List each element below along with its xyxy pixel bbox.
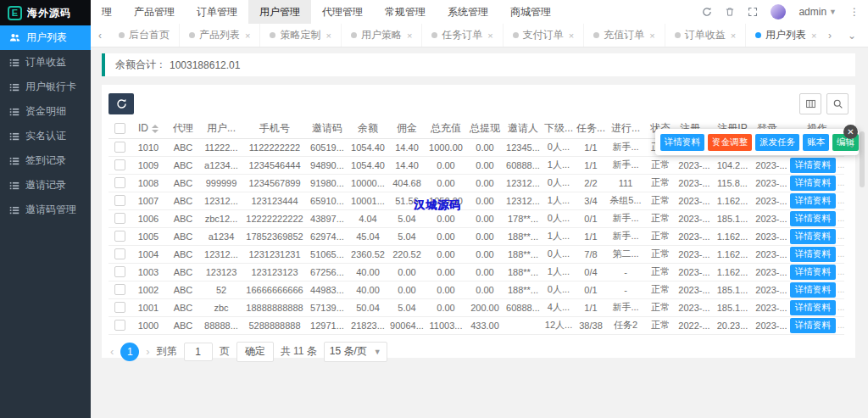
detail-button[interactable]: 详情资料: [790, 300, 836, 315]
tabs-menu-icon[interactable]: ⌄: [843, 30, 861, 42]
detail-button[interactable]: 详情资料: [790, 158, 836, 173]
trash-icon[interactable]: [725, 7, 735, 17]
sidebar-item-7[interactable]: 邀请码管理: [0, 198, 91, 222]
topnav-item-6[interactable]: 系统管理: [437, 0, 499, 24]
tab-3[interactable]: 用户策略×: [342, 24, 422, 47]
row-checkbox[interactable]: [114, 142, 125, 153]
table-cell: 7/8: [575, 245, 607, 263]
refresh-icon[interactable]: [702, 7, 712, 17]
row-checkbox[interactable]: [114, 159, 125, 170]
user-menu[interactable]: admin ▼: [798, 6, 837, 18]
topnav-item-1[interactable]: 产品管理: [123, 0, 186, 24]
popup-action-button[interactable]: 派发任务: [755, 134, 799, 151]
table-row: 1006ABCzbc12...1222222222243897...4.045.…: [108, 209, 844, 227]
table-cell: 0人...: [542, 281, 575, 298]
tab-8[interactable]: 用户列表×: [746, 24, 821, 47]
sidebar-item-4[interactable]: 实名认证: [0, 124, 91, 148]
user-avatar[interactable]: [771, 4, 786, 20]
detail-button[interactable]: 详情资料: [790, 282, 836, 298]
tab-close-icon[interactable]: ×: [649, 31, 654, 41]
row-checkbox[interactable]: [114, 266, 125, 277]
table-cell: ABC: [166, 298, 200, 316]
table-cell: 62974...: [307, 227, 348, 245]
row-checkbox[interactable]: [114, 213, 125, 224]
table-row: 1003ABC12312312312312367256...40.000.000…: [108, 263, 844, 281]
tab-2[interactable]: 策略定制×: [260, 24, 341, 47]
detail-button[interactable]: 详情资料: [790, 193, 836, 209]
select-all-checkbox[interactable]: [114, 123, 125, 134]
table-refresh-button[interactable]: [108, 93, 134, 114]
topnav-item-3[interactable]: 用户管理: [248, 0, 311, 24]
detail-button[interactable]: 详情资料: [790, 229, 836, 244]
tab-close-icon[interactable]: ×: [487, 31, 492, 41]
tab-5[interactable]: 支付订单×: [504, 24, 584, 47]
detail-button[interactable]: 详情资料: [790, 176, 836, 191]
tab-close-icon[interactable]: ×: [407, 31, 412, 41]
detail-button[interactable]: 详情资料: [790, 318, 836, 333]
row-checkbox[interactable]: [114, 177, 125, 188]
table-cell: 正常: [644, 192, 676, 209]
topnav-item-4[interactable]: 代理管理: [311, 0, 374, 24]
next-page-icon[interactable]: ›: [146, 345, 149, 358]
table-cell: 0.00: [466, 156, 504, 174]
table-cell: ABC: [166, 192, 200, 209]
topnav-item-2[interactable]: 订单管理: [186, 0, 248, 24]
tab-0[interactable]: 后台首页: [109, 24, 180, 47]
sidebar-item-2[interactable]: 用户银行卡: [0, 75, 91, 99]
sidebar-item-0[interactable]: 用户列表: [0, 25, 91, 50]
tab-close-icon[interactable]: ×: [569, 31, 574, 41]
table-cell: 新手...: [607, 227, 644, 245]
topnav-item-7[interactable]: 商城管理: [499, 0, 562, 24]
sort-icon[interactable]: [152, 125, 159, 133]
tab-close-icon[interactable]: ×: [811, 31, 816, 41]
page-size-select[interactable]: 15 条/页 ▼: [324, 342, 387, 362]
search-icon[interactable]: [826, 93, 849, 114]
tab-1[interactable]: 产品列表×: [180, 24, 260, 47]
row-checkbox[interactable]: [114, 248, 125, 259]
table-cell: 正常: [644, 263, 676, 281]
table-cell: 2023-...: [676, 156, 712, 174]
sidebar-item-6[interactable]: 邀请记录: [0, 173, 91, 198]
topnav-item-5[interactable]: 常规管理: [374, 0, 437, 24]
tab-close-icon[interactable]: ×: [731, 31, 736, 41]
sidebar-item-3[interactable]: 资金明细: [0, 99, 91, 124]
popup-action-button[interactable]: 详情资料: [660, 134, 704, 151]
page-input[interactable]: [184, 343, 213, 361]
detail-button[interactable]: 详情资料: [790, 265, 836, 280]
popup-more-icon[interactable]: ⌄: [849, 141, 855, 149]
popup-action-button[interactable]: 账本: [803, 134, 829, 151]
detail-button[interactable]: 详情资料: [790, 247, 836, 262]
popup-close-icon[interactable]: ✕: [843, 125, 858, 139]
row-checkbox[interactable]: [114, 320, 125, 331]
row-checkbox[interactable]: [114, 231, 125, 242]
tab-close-icon[interactable]: ×: [326, 31, 331, 41]
row-checkbox[interactable]: [114, 195, 125, 206]
tab-6[interactable]: 充值订单×: [584, 24, 665, 47]
more-options-icon[interactable]: ⋮: [849, 6, 860, 18]
detail-button[interactable]: 详情资料: [790, 211, 836, 226]
columns-filter-icon[interactable]: [799, 93, 821, 114]
tab-dot-icon: [513, 32, 519, 38]
chevron-down-icon: ▼: [374, 348, 381, 356]
tab-4[interactable]: 任务订单×: [422, 24, 503, 47]
tab-7[interactable]: 订单收益×: [665, 24, 746, 47]
actions-cell: 详情资料...: [790, 316, 844, 334]
current-page[interactable]: 1: [120, 343, 139, 361]
prev-page-icon[interactable]: ‹: [110, 345, 114, 358]
tabs-scroll-right-icon[interactable]: ›: [821, 30, 839, 42]
fullscreen-icon[interactable]: [748, 7, 758, 17]
table-cell: [108, 316, 131, 334]
vertical-scrollbar[interactable]: [860, 131, 865, 187]
tab-close-icon[interactable]: ×: [245, 31, 250, 41]
popup-action-button[interactable]: 资金调整: [708, 134, 752, 151]
more-actions-ellipsis: ...: [837, 267, 844, 276]
sidebar-item-5[interactable]: 签到记录: [0, 148, 91, 173]
sidebar-item-1[interactable]: 订单收益: [0, 50, 91, 75]
confirm-page-button[interactable]: 确定: [236, 342, 274, 362]
table-cell: 0/1: [575, 209, 607, 227]
row-checkbox[interactable]: [114, 302, 125, 313]
tabs-scroll-left-icon[interactable]: ‹: [91, 24, 109, 47]
row-checkbox[interactable]: [114, 284, 125, 295]
actions-cell: 详情资料...: [790, 209, 844, 227]
topnav-item-0[interactable]: 理: [91, 0, 123, 24]
